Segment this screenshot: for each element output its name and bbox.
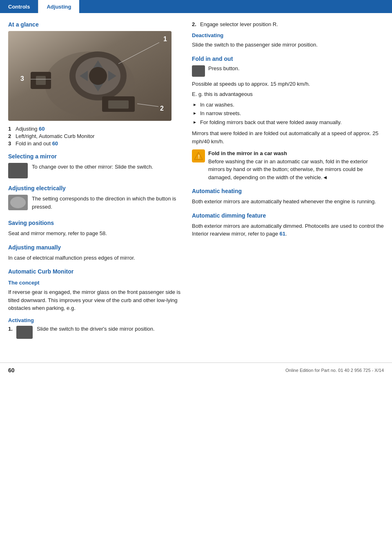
bullet-1: In car washes. <box>192 101 384 109</box>
step2-row: 2. Engage selector lever position R. <box>192 21 384 27</box>
selecting-mirror-title: Selecting a mirror <box>8 153 184 160</box>
step1-num: 1. <box>8 326 16 332</box>
deactivating-text: Slide the switch to the passenger side m… <box>192 41 384 49</box>
step1-text: Slide the switch to the driver's side mi… <box>37 326 155 332</box>
adjusting-electrically-row: The setting corresponds to the direction… <box>8 195 184 213</box>
selecting-mirror-row: To change over to the other mirror: Slid… <box>8 163 184 178</box>
fold-para2: E. g. this is advantageous <box>192 90 384 98</box>
auto-heating-title: Automatic heating <box>192 188 384 194</box>
svg-text:2: 2 <box>160 105 164 112</box>
item-label-3: Fold in and out 60 <box>16 140 58 147</box>
press-button-row: Press button. <box>192 65 384 77</box>
footer: 60 Online Edition for Part no. 01 40 2 9… <box>0 363 392 378</box>
adjusting-tab-label: Adjusting <box>47 4 71 10</box>
saving-positions-text: Seat and mirror memory, refer to page 58… <box>8 229 184 238</box>
deactivating-title: Deactivating <box>192 32 384 38</box>
tab-adjusting[interactable]: Adjusting <box>38 0 79 13</box>
concept-subtitle: The concept <box>8 280 184 286</box>
auto-dimming-title: Automatic dimming feature <box>192 212 384 219</box>
svg-text:1: 1 <box>163 36 167 42</box>
tab-controls[interactable]: Controls <box>0 0 38 13</box>
item-label-1: Adjusting 60 <box>16 126 45 132</box>
press-button-text: Press button. <box>208 65 240 71</box>
adjusting-electrically-text: The setting corresponds to the direction… <box>32 195 184 211</box>
right-column: 2. Engage selector lever position R. Dea… <box>192 21 384 342</box>
auto-dimming-text: Both exterior mirrors are automatically … <box>192 222 384 238</box>
svg-text:!: ! <box>198 154 200 160</box>
adjusting-manually-text: In case of electrical malfunction press … <box>8 254 184 262</box>
auto-heating-text: Both exterior mirrors are automatically … <box>192 198 384 206</box>
warning-text: Before washing the car in an automatic c… <box>208 158 368 180</box>
car-image: 1 2 3 <box>8 31 172 121</box>
fold-bullets: In car washes. In narrow streets. For fo… <box>192 101 384 127</box>
num-item-3: 3 Fold in and out 60 <box>8 140 184 147</box>
at-a-glance-title: At a glance <box>8 21 184 28</box>
item-num-3: 3 <box>8 140 16 147</box>
activating-subtitle: Activating <box>8 317 184 323</box>
left-column: At a glance <box>8 21 184 342</box>
main-content: At a glance <box>0 13 392 350</box>
step1-switch-icon <box>16 326 33 339</box>
adjusting-manually-title: Adjusting manually <box>8 244 184 251</box>
concept-text: If reverse gear is engaged, the mirror g… <box>8 288 184 312</box>
page-number: 60 <box>8 367 15 374</box>
step2-text: Engage selector lever position R. <box>200 21 278 27</box>
svg-rect-10 <box>36 76 46 85</box>
item-link-3[interactable]: 60 <box>52 140 58 147</box>
fold-para1: Possible at speeds up to approx. 15 mph/… <box>192 80 384 88</box>
num-item-1: 1 Adjusting 60 <box>8 126 184 132</box>
item-num-2: 2 <box>8 133 16 139</box>
bullet-3: For folding mirrors back out that were f… <box>192 118 384 127</box>
item-label-2: Left/right, Automatic Curb Monitor <box>16 133 95 139</box>
svg-rect-12 <box>108 100 129 109</box>
saving-positions-title: Saving positions <box>8 220 184 226</box>
bullet-2: In narrow streets. <box>192 109 384 118</box>
controls-tab-label: Controls <box>8 4 30 10</box>
adjusting-electrically-title: Adjusting electrically <box>8 185 184 191</box>
page-wrapper: Controls Adjusting At a glance <box>0 0 392 556</box>
directional-button-icon <box>8 195 28 210</box>
activating-step1: 1. Slide the switch to the driver's side… <box>8 326 184 339</box>
auto-curb-title: Automatic Curb Monitor <box>8 268 184 275</box>
fold-para3: Mirrors that were folded in are folded o… <box>192 129 384 145</box>
edition-text: Online Edition for Part no. 01 40 2 956 … <box>285 368 384 373</box>
num-item-2: 2 Left/right, Automatic Curb Monitor <box>8 133 184 139</box>
warning-box: ! Fold in the mirror in a car wash Befor… <box>192 149 384 181</box>
step2-num: 2. <box>192 21 200 27</box>
header-bar: Controls Adjusting <box>0 0 392 13</box>
svg-point-8 <box>89 67 107 85</box>
svg-text:3: 3 <box>20 75 24 82</box>
warning-icon: ! <box>192 149 205 162</box>
item-link-1[interactable]: 60 <box>39 126 45 132</box>
press-button-icon <box>192 65 205 77</box>
selecting-mirror-text: To change over to the other mirror: Slid… <box>32 163 153 171</box>
step1-content: Slide the switch to the driver's side mi… <box>16 326 155 339</box>
saving-positions-link[interactable]: 58 <box>100 230 105 236</box>
auto-dimming-link[interactable]: 61 <box>280 231 285 237</box>
fold-in-out-title: Fold in and out <box>192 56 384 62</box>
mirror-switch-icon <box>8 163 28 178</box>
warning-title: Fold in the mirror in a car wash <box>208 150 287 156</box>
warning-content: Fold in the mirror in a car wash Before … <box>208 149 384 181</box>
item-num-1: 1 <box>8 126 16 132</box>
